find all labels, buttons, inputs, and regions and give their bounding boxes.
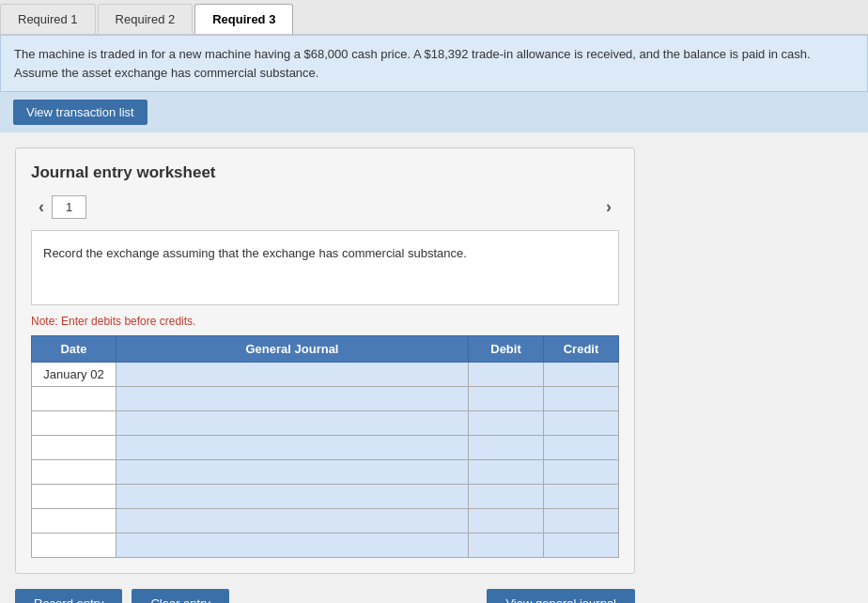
credit-input[interactable] xyxy=(544,387,618,410)
debit-input[interactable] xyxy=(469,363,543,386)
date-cell xyxy=(32,533,116,558)
worksheet-card: Journal entry worksheet ‹ 1 › Record the… xyxy=(15,147,635,574)
journal-cell[interactable] xyxy=(116,460,469,485)
debit-input[interactable] xyxy=(469,387,543,410)
credit-cell[interactable] xyxy=(544,363,619,387)
record-entry-button[interactable]: Record entry xyxy=(15,589,122,603)
date-cell xyxy=(32,436,116,460)
credit-input[interactable] xyxy=(544,411,618,435)
table-row: January 02 xyxy=(32,363,619,387)
journal-table: Date General Journal Debit Credit Januar… xyxy=(31,335,619,558)
main-content: Journal entry worksheet ‹ 1 › Record the… xyxy=(0,132,868,603)
credit-cell[interactable] xyxy=(544,387,619,411)
pagination: ‹ 1 › xyxy=(31,195,619,219)
journal-input[interactable] xyxy=(116,411,468,435)
debit-input[interactable] xyxy=(469,411,543,435)
journal-input[interactable] xyxy=(116,363,468,386)
debit-cell[interactable] xyxy=(469,533,544,558)
credit-input[interactable] xyxy=(544,436,618,459)
debit-input[interactable] xyxy=(469,436,543,459)
journal-input[interactable] xyxy=(116,387,468,410)
buttons-bar: Record entry Clear entry View general jo… xyxy=(15,589,635,603)
debit-cell[interactable] xyxy=(469,411,544,436)
table-row xyxy=(32,509,619,533)
date-cell xyxy=(32,387,116,411)
table-row xyxy=(32,533,619,558)
journal-input[interactable] xyxy=(116,485,468,508)
credit-input[interactable] xyxy=(544,363,618,386)
credit-cell[interactable] xyxy=(544,533,619,558)
date-cell xyxy=(32,485,116,509)
debit-input[interactable] xyxy=(469,509,543,533)
info-banner: The machine is traded in for a new machi… xyxy=(0,35,868,92)
debit-cell[interactable] xyxy=(469,460,544,485)
table-row xyxy=(32,485,619,509)
description-text: Record the exchange assuming that the ex… xyxy=(43,246,467,260)
debit-cell[interactable] xyxy=(469,436,544,460)
table-row xyxy=(32,436,619,460)
next-arrow-icon[interactable]: › xyxy=(598,197,619,217)
debit-cell[interactable] xyxy=(469,485,544,509)
credit-cell[interactable] xyxy=(544,436,619,460)
view-transaction-bar: View transaction list xyxy=(0,92,868,132)
debit-input[interactable] xyxy=(469,485,543,508)
date-cell: January 02 xyxy=(32,363,116,387)
table-row xyxy=(32,411,619,436)
debit-input[interactable] xyxy=(469,460,543,484)
journal-cell[interactable] xyxy=(116,436,469,460)
view-transaction-button[interactable]: View transaction list xyxy=(13,100,147,125)
col-header-date: Date xyxy=(32,336,116,363)
journal-cell[interactable] xyxy=(116,533,469,558)
date-cell xyxy=(32,509,116,533)
credit-input[interactable] xyxy=(544,533,618,557)
worksheet-title: Journal entry worksheet xyxy=(31,163,619,182)
debit-cell[interactable] xyxy=(469,509,544,533)
table-row xyxy=(32,460,619,485)
journal-cell[interactable] xyxy=(116,485,469,509)
col-header-journal: General Journal xyxy=(116,336,469,363)
table-row xyxy=(32,387,619,411)
col-header-debit: Debit xyxy=(469,336,544,363)
col-header-credit: Credit xyxy=(544,336,619,363)
debit-input[interactable] xyxy=(469,533,543,557)
description-box: Record the exchange assuming that the ex… xyxy=(31,230,619,305)
credit-cell[interactable] xyxy=(544,411,619,436)
journal-cell[interactable] xyxy=(116,387,469,411)
note-text: Note: Enter debits before credits. xyxy=(31,315,619,328)
journal-input[interactable] xyxy=(116,460,468,484)
journal-input[interactable] xyxy=(116,436,468,459)
debit-cell[interactable] xyxy=(469,363,544,387)
date-cell xyxy=(32,411,116,436)
debit-cell[interactable] xyxy=(469,387,544,411)
credit-cell[interactable] xyxy=(544,460,619,485)
info-text: The machine is traded in for a new machi… xyxy=(14,47,811,80)
page-tab[interactable]: 1 xyxy=(52,195,86,219)
credit-cell[interactable] xyxy=(544,485,619,509)
credit-input[interactable] xyxy=(544,485,618,508)
prev-arrow-icon[interactable]: ‹ xyxy=(31,197,52,217)
view-general-journal-button[interactable]: View general journal xyxy=(487,589,635,603)
tabs-bar: Required 1 Required 2 Required 3 xyxy=(0,0,868,35)
journal-input[interactable] xyxy=(116,509,468,533)
journal-input[interactable] xyxy=(116,533,468,557)
tab-required-1[interactable]: Required 1 xyxy=(0,4,96,34)
button-spacer xyxy=(239,589,477,603)
journal-cell[interactable] xyxy=(116,363,469,387)
clear-entry-button[interactable]: Clear entry xyxy=(132,589,229,603)
credit-input[interactable] xyxy=(544,509,618,533)
tab-required-3[interactable]: Required 3 xyxy=(194,4,293,34)
tab-required-2[interactable]: Required 2 xyxy=(98,4,194,34)
journal-cell[interactable] xyxy=(116,411,469,436)
date-cell xyxy=(32,460,116,485)
credit-cell[interactable] xyxy=(544,509,619,533)
credit-input[interactable] xyxy=(544,460,618,484)
journal-cell[interactable] xyxy=(116,509,469,533)
